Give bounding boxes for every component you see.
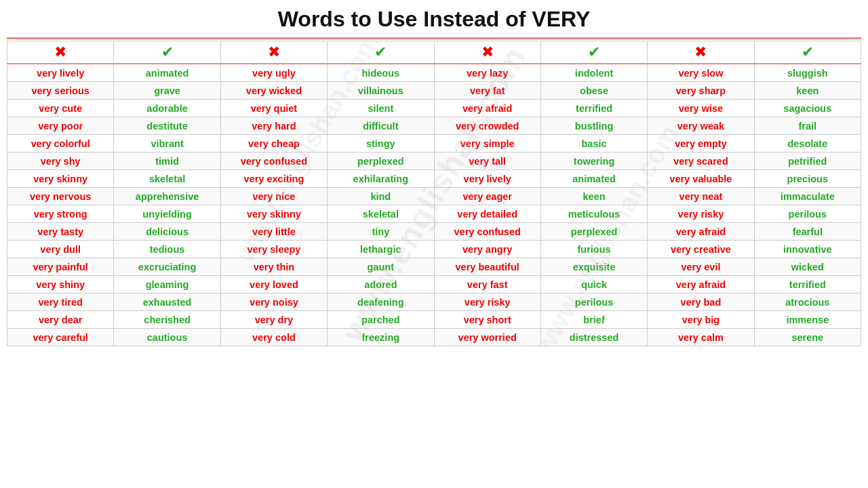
very-phrase: very sleepy [247, 244, 300, 255]
very-phrase: very skinny [33, 174, 87, 184]
table-row: very seriousgravevery wickedvillainousve… [7, 82, 861, 100]
table-row: very tiredexhaustedvery noisydeafeningve… [7, 293, 861, 311]
better-word: lethargic [360, 244, 401, 255]
very-phrase: very wicked [246, 85, 302, 96]
very-phrase: very slow [678, 68, 723, 79]
better-word: exhausted [143, 297, 192, 308]
very-phrase: very sharp [676, 85, 726, 96]
better-word: furious [577, 244, 610, 255]
very-phrase: very thin [254, 262, 294, 272]
table-row: very shytimidvery confusedperplexedvery … [7, 152, 861, 170]
table-row: very strongunyieldingvery skinnyskeletal… [7, 205, 861, 223]
better-word: unyielding [142, 209, 192, 220]
very-phrase: very weak [677, 121, 724, 131]
very-phrase: very careful [33, 332, 87, 343]
table-row: very skinnyskeletalvery excitingexhilara… [7, 170, 861, 188]
very-phrase: very cute [39, 103, 82, 114]
better-word: precious [787, 174, 828, 184]
better-word: quick [581, 279, 607, 290]
better-word: cherished [144, 314, 191, 325]
better-word: kind [370, 191, 391, 202]
icon-x-3: ✖ [434, 41, 540, 64]
very-phrase: very poor [38, 121, 83, 131]
very-phrase: very dull [40, 244, 81, 255]
very-phrase: very skinny [247, 209, 301, 220]
better-word: silent [368, 103, 393, 114]
very-phrase: very empty [675, 138, 727, 149]
better-word: immense [786, 314, 829, 325]
better-word: excruciating [138, 262, 196, 272]
very-phrase: very calm [678, 332, 724, 343]
very-phrase: very crowded [456, 121, 519, 131]
page: Words to Use Instead of VERY www.english… [0, 0, 868, 488]
better-word: distressed [570, 332, 619, 343]
very-phrase: very confused [241, 156, 307, 167]
better-word: atrocious [785, 297, 829, 308]
page-title: Words to Use Instead of VERY [7, 7, 861, 32]
better-word: immaculate [781, 191, 835, 202]
better-word: innovative [783, 244, 832, 255]
table-row: very cuteadorablevery quietsilentvery af… [7, 100, 861, 117]
very-phrase: very serious [31, 85, 89, 96]
table-row: very tastydeliciousvery littletinyvery c… [7, 223, 861, 241]
better-word: adored [364, 279, 397, 290]
very-phrase: very beautiful [456, 262, 519, 272]
better-word: difficult [363, 121, 398, 131]
better-word: delicious [146, 226, 189, 237]
icon-check-1: ✔ [114, 41, 220, 64]
very-phrase: very loved [250, 279, 298, 290]
better-word: perilous [789, 209, 827, 220]
word-table: ✖ ✔ ✖ ✔ ✖ ✔ ✖ ✔ very livelyanimatedvery … [7, 41, 861, 346]
better-word: skeletal [363, 209, 399, 220]
better-word: freezing [362, 332, 400, 343]
very-phrase: very fast [467, 279, 508, 290]
very-phrase: very detailed [457, 209, 517, 220]
better-word: tedious [150, 244, 185, 255]
table-wrapper: www.englishan.com www.englishan.com www.… [7, 41, 861, 346]
better-word: gaunt [368, 262, 394, 272]
icon-check-4: ✔ [754, 41, 861, 64]
very-phrase: very lazy [467, 68, 508, 79]
very-phrase: very afraid [462, 103, 512, 114]
very-phrase: very strong [34, 209, 87, 220]
very-phrase: very eager [462, 191, 512, 202]
better-word: cautious [147, 332, 188, 343]
very-phrase: very ugly [252, 68, 296, 79]
table-row: very dulltediousvery sleepylethargicvery… [7, 241, 861, 258]
very-phrase: very shy [41, 156, 81, 167]
better-word: sagacious [783, 103, 831, 114]
very-phrase: very lively [37, 68, 84, 79]
better-word: serene [791, 332, 823, 343]
very-phrase: very tired [39, 297, 83, 308]
better-word: gleaming [146, 279, 189, 290]
better-word: villainous [358, 85, 403, 96]
very-phrase: very painful [33, 262, 87, 272]
icon-x-4: ✖ [648, 41, 754, 64]
better-word: tiny [372, 226, 389, 237]
icon-header-row: ✖ ✔ ✖ ✔ ✖ ✔ ✖ ✔ [7, 41, 861, 64]
table-row: very poordestitutevery harddifficultvery… [7, 117, 861, 135]
better-word: skeletal [149, 174, 185, 184]
better-word: timid [155, 156, 179, 167]
very-phrase: very little [252, 226, 296, 237]
table-row: very dearcherishedvery dryparchedvery sh… [7, 311, 861, 329]
very-phrase: very creative [671, 244, 731, 255]
very-phrase: very fat [470, 85, 505, 96]
icon-check-2: ✔ [328, 41, 434, 64]
better-word: brief [583, 314, 604, 325]
better-word: keen [796, 85, 818, 96]
better-word: petrified [788, 156, 827, 167]
very-phrase: very colorful [31, 138, 90, 149]
very-phrase: very afraid [676, 279, 726, 290]
very-phrase: very confused [454, 226, 521, 237]
better-word: meticulous [568, 209, 620, 220]
better-word: vibrant [151, 138, 183, 149]
very-phrase: very big [682, 314, 720, 325]
very-phrase: very scared [673, 156, 728, 167]
better-word: animated [146, 68, 189, 79]
very-phrase: very angry [462, 244, 512, 255]
better-word: exhilarating [353, 174, 408, 184]
table-row: very colorfulvibrantvery cheapstingyvery… [7, 135, 861, 152]
very-phrase: very short [464, 314, 511, 325]
better-word: adorable [146, 103, 187, 114]
